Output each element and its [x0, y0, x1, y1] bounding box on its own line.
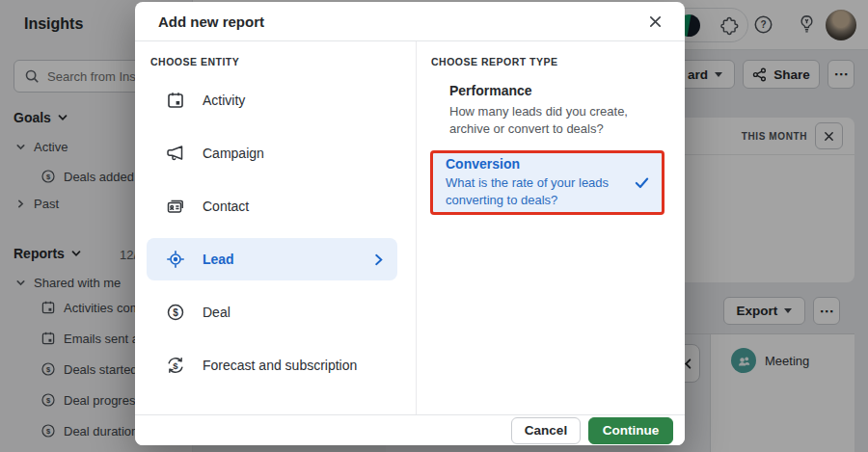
entity-item-lead[interactable]: Lead	[147, 238, 397, 280]
chevron-right-icon	[371, 253, 386, 267]
report-type-performance[interactable]: Performance How many leads did you creat…	[449, 83, 671, 138]
report-type-conversion[interactable]: Conversion What is the rate of your lead…	[430, 150, 665, 215]
report-type-column: CHOOSE REPORT TYPE Performance How many …	[417, 41, 685, 414]
add-report-modal: Add new report CHOOSE ENTITY Activity	[135, 2, 685, 445]
report-type-header: CHOOSE REPORT TYPE	[431, 56, 558, 67]
entity-header: CHOOSE ENTITY	[150, 56, 239, 67]
forecast-cycle-icon: $	[166, 356, 185, 375]
check-icon	[634, 174, 650, 191]
calendar-icon	[166, 91, 185, 110]
modal-title: Add new report	[158, 13, 264, 30]
entity-item-campaign[interactable]: Campaign	[147, 132, 397, 174]
megaphone-icon	[166, 144, 185, 163]
svg-text:$: $	[173, 307, 178, 318]
lead-target-icon	[166, 250, 185, 269]
close-icon	[648, 14, 663, 29]
cancel-button[interactable]: Cancel	[511, 417, 581, 444]
svg-text:$: $	[173, 360, 178, 371]
dollar-circle-icon: $	[166, 303, 185, 322]
entity-column: CHOOSE ENTITY Activity	[135, 41, 417, 414]
close-modal-button[interactable]	[642, 9, 667, 34]
contact-card-icon	[166, 197, 185, 216]
modal-header: Add new report	[135, 2, 685, 41]
entity-item-contact[interactable]: Contact	[147, 185, 397, 227]
entity-item-activity[interactable]: Activity	[147, 79, 397, 121]
entity-item-forecast[interactable]: $ Forecast and subscription	[147, 344, 397, 386]
modal-footer: Cancel Continue	[135, 414, 685, 445]
entity-item-deal[interactable]: $ Deal	[147, 291, 397, 333]
continue-button[interactable]: Continue	[588, 417, 673, 444]
insights-page: Insights Goals Active $ Deals added b	[0, 0, 868, 452]
